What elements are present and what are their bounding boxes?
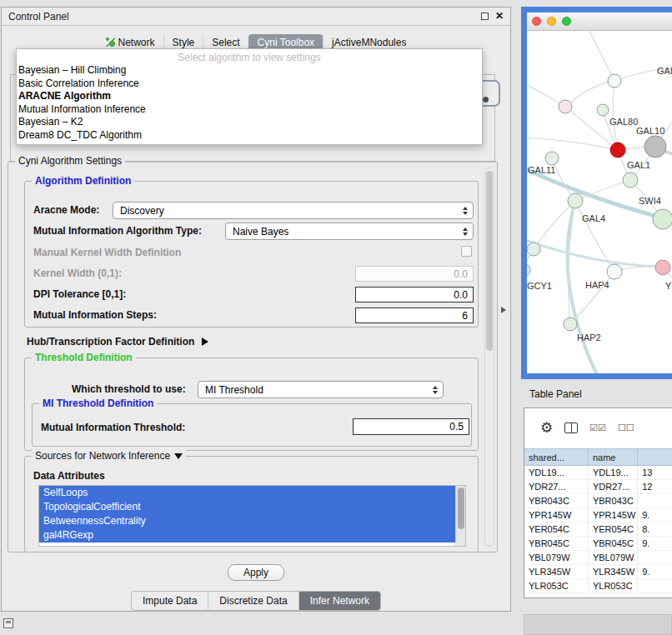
combo-arrows-icon: [433, 386, 438, 394]
mi-type-value: Naive Bayes: [233, 226, 288, 238]
table-row[interactable]: YBR045CYBR045C9.: [524, 537, 672, 551]
table-cell: YER054C: [589, 522, 638, 536]
network-node[interactable]: [608, 74, 621, 88]
column-header[interactable]: name: [589, 449, 638, 465]
aracne-mode-label: Aracne Mode:: [33, 204, 99, 216]
network-node-label: SWI4: [639, 196, 661, 206]
network-edge[interactable]: [527, 238, 660, 267]
table-row[interactable]: YDL19...YDL19...13: [524, 466, 672, 480]
restore-panel-icon[interactable]: [3, 618, 13, 628]
network-node[interactable]: [653, 209, 672, 229]
algorithm-option-bayesian-k2[interactable]: Bayesian – K2: [17, 116, 482, 129]
bottom-tab-discretize-data[interactable]: Discretize Data: [208, 592, 298, 610]
algorithm-dropdown-placeholder: Select algorithm to view settings: [17, 51, 482, 64]
network-node[interactable]: [655, 260, 670, 275]
columns-icon[interactable]: [564, 422, 578, 433]
apply-button[interactable]: Apply: [228, 564, 284, 581]
aracne-mode-select[interactable]: Discovery: [113, 202, 474, 219]
network-node[interactable]: [607, 264, 622, 279]
algorithm-option-aracne-algorithm[interactable]: ARACNE Algorithm: [17, 90, 482, 103]
table-panel: ⚙ ☑☑ ☐☐ shared...name YDL19...YDL19...13…: [524, 408, 672, 598]
network-node[interactable]: [564, 318, 577, 331]
hub-definition-expander[interactable]: Hub/Transcription Factor Definition: [27, 336, 208, 348]
network-node[interactable]: [527, 242, 540, 256]
mi-threshold-field[interactable]: 0.5: [353, 418, 469, 435]
close-window-icon[interactable]: ✕: [495, 10, 504, 22]
bottom-tab-impute-data[interactable]: Impute Data: [132, 592, 208, 610]
table-row[interactable]: YBR043CYBR043C: [524, 494, 672, 508]
column-header[interactable]: [638, 449, 672, 465]
attribute-item[interactable]: TopologicalCoefficient: [39, 500, 455, 514]
tab-label: Network: [118, 37, 155, 48]
sources-title: Sources for Network Inference: [35, 450, 170, 462]
network-node-label: GAL10: [636, 126, 664, 136]
network-node[interactable]: [597, 104, 609, 116]
table-row[interactable]: YER054CYER054C8.: [524, 522, 672, 537]
attributes-scrollbar[interactable]: [455, 486, 465, 546]
dpi-tolerance-field[interactable]: 0.0: [355, 287, 474, 302]
attribute-item[interactable]: gal4RGexp: [39, 528, 455, 542]
float-window-icon[interactable]: [481, 12, 489, 20]
table-cell: [638, 494, 672, 508]
sources-group: Sources for Network Inference Data Attri…: [24, 456, 479, 552]
kernel-width-label: Kernel Width (0,1):: [33, 268, 122, 279]
algorithm-option-bayesian-hill-climbing[interactable]: Bayesian – Hill Climbing: [17, 64, 482, 78]
attributes-scrollbar-thumb[interactable]: [458, 488, 464, 529]
bottom-tab-bar: Impute DataDiscretize DataInfer Network: [131, 591, 381, 611]
table-body: YDL19...YDL19...13YDR27...YDR27...12YBR0…: [524, 466, 672, 598]
mi-threshold-value: 0.5: [449, 421, 464, 432]
sources-expander[interactable]: Sources for Network Inference: [32, 450, 186, 462]
network-node[interactable]: [568, 193, 583, 208]
settings-scrollbar[interactable]: [484, 168, 494, 547]
network-node[interactable]: [545, 152, 559, 165]
close-traffic-light-icon[interactable]: [532, 17, 541, 26]
zoom-traffic-light-icon[interactable]: [562, 17, 571, 26]
network-node[interactable]: [559, 100, 572, 113]
attribute-item[interactable]: BetweennessCentrality: [39, 514, 455, 528]
settings-scrollbar-thumb[interactable]: [486, 171, 493, 351]
bottom-tabs: Impute DataDiscretize DataInfer Network: [2, 591, 510, 611]
mi-steps-field[interactable]: 6: [355, 308, 474, 323]
bottom-tab-infer-network[interactable]: Infer Network: [298, 592, 380, 610]
network-graph[interactable]: GALGAL80GAL10GAL11GAL1SWI4GAL4GCY1HAP4YE…: [527, 31, 672, 373]
screen: Control Panel ✕ NetworkStyleSelectCyni T…: [0, 0, 672, 635]
mi-steps-value: 6: [462, 310, 468, 322]
algorithm-option-dream8-dc-tdc-algorithm[interactable]: Dream8 DC_TDC Algorithm: [17, 129, 482, 142]
network-node[interactable]: [623, 172, 638, 188]
table-row[interactable]: YDR27...YDR27...12: [524, 480, 672, 494]
table-cell: YBL079W: [589, 551, 638, 564]
table-cell: 9.: [638, 537, 672, 550]
table-row[interactable]: YLR345WYLR345W9.: [524, 565, 672, 579]
algorithm-dropdown: Select algorithm to view settings Bayesi…: [16, 48, 483, 145]
table-row[interactable]: YLR053CYLR053C: [524, 579, 672, 593]
mi-type-select[interactable]: Naive Bayes: [225, 222, 474, 240]
algorithm-option-basic-correlation-inference[interactable]: Basic Correlation Inference: [17, 78, 482, 91]
aracne-mode-value: Discovery: [120, 205, 164, 217]
table-header: shared...name: [524, 448, 672, 466]
network-node[interactable]: [644, 136, 666, 158]
attribute-item[interactable]: SelfLoops: [39, 486, 455, 500]
network-node[interactable]: [610, 142, 625, 158]
which-threshold-value: MI Threshold: [205, 384, 263, 396]
expander-arrow-icon: [202, 338, 208, 346]
which-threshold-select[interactable]: MI Threshold: [198, 381, 444, 398]
network-node[interactable]: [527, 263, 530, 277]
algorithm-definition-group: Algorithm Definition Aracne Mode: Discov…: [24, 181, 479, 328]
network-edge[interactable]: [565, 81, 614, 107]
mi-type-label: Mutual Information Algorithm Type:: [33, 225, 202, 237]
minimize-traffic-light-icon[interactable]: [547, 17, 556, 26]
algorithm-option-mutual-information-inference[interactable]: Mutual Information Inference: [17, 103, 482, 117]
select-all-checkboxes-icon[interactable]: ☑☑: [589, 422, 606, 433]
deselect-all-checkboxes-icon[interactable]: ☐☐: [618, 422, 634, 433]
network-edge[interactable]: [585, 31, 614, 81]
algorithm-definition-title: Algorithm Definition: [32, 175, 134, 187]
table-row[interactable]: YPR145WYPR145W9.: [524, 508, 672, 522]
network-edge[interactable]: [565, 107, 618, 150]
network-canvas[interactable]: GALGAL80GAL10GAL11GAL1SWI4GAL4GCY1HAP4YE…: [527, 31, 672, 373]
column-header[interactable]: shared...: [524, 449, 589, 465]
network-node-label: GAL4: [582, 213, 605, 223]
gear-icon[interactable]: ⚙: [540, 421, 553, 435]
splitter-collapse-icon[interactable]: [501, 307, 506, 313]
threshold-definition-title: Threshold Definition: [32, 352, 136, 363]
table-row[interactable]: YBL079WYBL079W: [524, 551, 672, 565]
